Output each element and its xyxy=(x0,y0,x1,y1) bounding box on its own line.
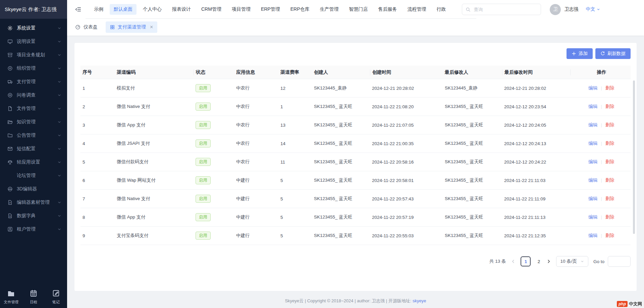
cell-rate: 12 xyxy=(278,86,312,91)
tab-dashboard[interactable]: 仪表盘 xyxy=(75,24,98,30)
edit-link[interactable]: 编辑 xyxy=(588,104,597,109)
tab-payment-channel[interactable]: 支付渠道管理 × xyxy=(106,21,157,33)
chevron-down-icon xyxy=(580,259,584,263)
delete-link[interactable]: 删除 xyxy=(605,233,614,238)
sidebar-item[interactable]: 问卷调查 xyxy=(0,88,67,102)
cell-modifier: SK123455_ 蓝天旺 xyxy=(443,104,502,110)
cell-modified-time: 2024-11-22 21:11:03 xyxy=(502,178,570,183)
edit-link[interactable]: 编辑 xyxy=(588,233,597,238)
delete-link[interactable]: 删除 xyxy=(605,122,614,127)
chevron-down-icon xyxy=(57,227,62,232)
edit-link[interactable]: 编辑 xyxy=(588,196,597,201)
sidebar-item[interactable]: 短信配置 xyxy=(0,142,67,156)
topnav-item[interactable]: 默认桌面 xyxy=(110,4,137,15)
column-header: 最后修改人 xyxy=(443,69,502,75)
collapse-sidebar-icon[interactable] xyxy=(75,6,81,12)
refresh-data-button[interactable]: 刷新数据 xyxy=(595,48,631,59)
cell-modified-time: 2024-11-22 21:11:09 xyxy=(502,196,570,201)
prev-page-icon[interactable] xyxy=(511,259,516,264)
sidebar-item[interactable]: 知识管理 xyxy=(0,115,67,129)
cell-created-time: 2024-11-22 20:58:01 xyxy=(370,178,443,183)
search-box xyxy=(462,4,541,15)
delete-link[interactable]: 删除 xyxy=(605,159,614,164)
sidebar-item[interactable]: 系统设置 xyxy=(0,21,67,35)
topnav-item[interactable]: CRM管理 xyxy=(197,4,225,15)
edit-link[interactable]: 编辑 xyxy=(588,85,597,90)
edit-link[interactable]: 编辑 xyxy=(588,214,597,220)
topnav-item[interactable]: 示例 xyxy=(90,4,107,15)
cell-creator: SK123455_ 蓝天旺 xyxy=(312,214,370,220)
topnav-item[interactable]: 行政 xyxy=(432,4,450,15)
delete-link[interactable]: 删除 xyxy=(605,141,614,146)
status-badge: 启用 xyxy=(196,158,211,166)
delete-link[interactable]: 删除 xyxy=(605,214,614,220)
sidebar-item[interactable]: 项目业务规划 xyxy=(0,48,67,62)
sidebar-item[interactable]: 文件管理 xyxy=(0,102,67,115)
sidebar-item[interactable]: 支付管理 xyxy=(0,75,67,88)
sidebar-shortcut[interactable]: 笔记 xyxy=(45,289,67,305)
edit-link[interactable]: 编辑 xyxy=(588,159,597,164)
edit-link[interactable]: 编辑 xyxy=(588,178,597,183)
close-icon[interactable]: × xyxy=(150,24,153,30)
skyeye-link[interactable]: skyeye xyxy=(413,298,426,303)
table-row: 5微信付款码支付启用中农行11SK123455_ 蓝天旺2024-11-22 2… xyxy=(80,153,631,171)
page-number[interactable]: 2 xyxy=(536,259,541,264)
topnav-item[interactable]: ERP管理 xyxy=(257,4,284,15)
chevron-down-icon xyxy=(57,120,62,124)
search-input[interactable] xyxy=(473,7,537,12)
delete-link[interactable]: 删除 xyxy=(605,85,614,90)
topnav-item[interactable]: 流程管理 xyxy=(403,4,430,15)
sidebar-shortcut[interactable]: 文件管理 xyxy=(0,289,22,305)
sidebar-item[interactable]: 组织管理 xyxy=(0,62,67,75)
cell-rate: 5 xyxy=(278,196,312,201)
cell-modified-time: 2024-11-22 21:12:35 xyxy=(502,233,570,238)
content-area: 添加 刷新数据 序号渠道编码状态应用信息渠道费率创建人创建时间最后修改人最后修改… xyxy=(67,36,644,308)
sidebar-shortcut[interactable]: 日程 xyxy=(22,289,45,305)
topnav-item[interactable]: 个人中心 xyxy=(139,4,166,15)
table-row: 9支付宝条码支付启用中建行5SK123455_ 蓝天旺2024-11-22 20… xyxy=(80,227,631,245)
dashboard-icon xyxy=(75,24,80,30)
avatar[interactable]: 卫 xyxy=(550,4,561,15)
column-header: 渠道编码 xyxy=(115,69,194,75)
refresh-icon xyxy=(600,51,605,56)
toolbar: 添加 刷新数据 xyxy=(74,43,637,59)
sidebar-item[interactable]: 3D编辑器 xyxy=(0,182,67,196)
goto-page-input[interactable] xyxy=(608,256,631,267)
user-icon xyxy=(7,227,13,232)
cell-rate: 14 xyxy=(278,141,312,146)
sidebar-item[interactable]: 租户管理 xyxy=(0,223,67,236)
delete-link[interactable]: 删除 xyxy=(605,178,614,183)
sidebar-item[interactable]: 说明设置 xyxy=(0,35,67,48)
next-page-icon[interactable] xyxy=(546,259,551,264)
topnav-item[interactable]: 生产管理 xyxy=(316,4,342,15)
topnav-item[interactable]: 智慧门店 xyxy=(345,4,372,15)
cell-channel-code: 微信付款码支付 xyxy=(115,159,194,165)
add-button[interactable]: 添加 xyxy=(567,48,593,59)
edit-link[interactable]: 编辑 xyxy=(588,141,597,146)
topnav-item[interactable]: 售后服务 xyxy=(374,4,401,15)
goto-label: Go to xyxy=(593,259,604,264)
page-numbers: 12 xyxy=(521,256,541,266)
topnav-item[interactable]: ERP仓库 xyxy=(286,4,314,15)
cell-modified-time: 2024-12-12 20:23:54 xyxy=(502,104,570,109)
sidebar-item[interactable]: P编辑器素材管理 xyxy=(0,196,67,209)
sidebar-item[interactable]: 公告管理 xyxy=(0,129,67,142)
cell-creator: SK123455_ 蓝天旺 xyxy=(312,177,370,183)
column-header: 创建时间 xyxy=(370,69,443,75)
table-header-row: 序号渠道编码状态应用信息渠道费率创建人创建时间最后修改人最后修改时间操作 xyxy=(80,66,631,79)
edit-link[interactable]: 编辑 xyxy=(588,122,597,127)
scrollbar-thumb[interactable] xyxy=(633,80,635,234)
page-number[interactable]: 1 xyxy=(521,256,531,266)
topnav-item[interactable]: 项目管理 xyxy=(228,4,255,15)
page-size-select[interactable]: 10 条/页 xyxy=(556,256,588,267)
topnav-item[interactable]: 报表设计 xyxy=(168,4,195,15)
sidebar-item[interactable]: 论坛管理 xyxy=(0,169,67,182)
delete-link[interactable]: 删除 xyxy=(605,196,614,201)
sidebar: 系统设置说明设置项目业务规划组织管理支付管理问卷调查文件管理知识管理公告管理短信… xyxy=(0,19,67,308)
sidebar-item[interactable]: R数据字典 xyxy=(0,209,67,223)
cell-modified-time: 2024-12-12 20:24:05 xyxy=(502,123,570,128)
cell-modified-time: 2024-12-12 20:24:13 xyxy=(502,141,570,146)
sidebar-item[interactable]: 轻应用设置 xyxy=(0,156,67,169)
language-selector[interactable]: 中文 xyxy=(586,6,600,12)
delete-link[interactable]: 删除 xyxy=(605,104,614,109)
